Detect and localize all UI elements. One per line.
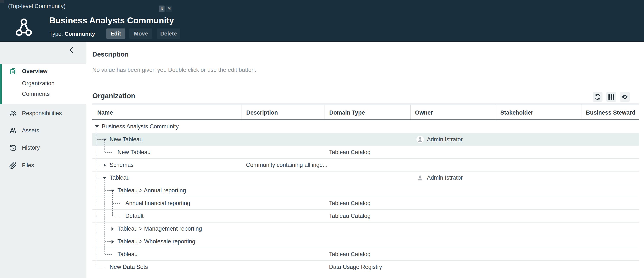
domain-type-cell — [324, 133, 410, 146]
sidebar-item-label: Organization — [22, 80, 54, 87]
table-row[interactable]: Tableau Tableau Catalog — [92, 248, 639, 260]
grid-view-button[interactable] — [606, 92, 616, 102]
expand-toggle[interactable] — [112, 227, 114, 231]
type-value: Community — [65, 31, 95, 37]
move-button[interactable]: Move — [130, 28, 152, 39]
table-row[interactable]: Tableau Admin Istrator — [92, 171, 639, 184]
table-body: Business Analysts Community New Tableau … — [92, 120, 639, 273]
collapse-toggle[interactable] — [111, 190, 114, 192]
refresh-button[interactable] — [593, 92, 602, 102]
description-section-title: Description — [92, 51, 129, 58]
sidebar-item-label: Assets — [22, 127, 39, 134]
owner-value: Admin Istrator — [416, 174, 463, 182]
sidebar-item-label: History — [22, 145, 40, 151]
column-header-name[interactable]: Name — [92, 105, 242, 119]
tree-guide — [96, 129, 97, 267]
business-steward-cell — [581, 223, 639, 235]
asset-name[interactable]: Tableau > Annual reporting — [118, 187, 186, 194]
description-placeholder[interactable]: No value has been given yet. Double clic… — [92, 67, 256, 73]
name-cell: Tableau > Management reporting — [92, 223, 242, 235]
domain-type-cell: Tableau Catalog — [324, 197, 410, 209]
document-icon — [9, 67, 17, 75]
sidebar-item-organization[interactable]: Organization — [0, 77, 86, 89]
tree-guide — [104, 180, 105, 254]
header-tab-m[interactable]: M — [166, 5, 172, 12]
type-label: Type: — [49, 31, 63, 37]
column-header-owner[interactable]: Owner — [410, 105, 496, 119]
owner-cell — [410, 120, 496, 133]
stakeholder-cell — [496, 261, 581, 273]
domain-type-cell: Tableau Catalog — [324, 146, 410, 158]
domain-type-value: Data Usage Registry — [329, 264, 382, 270]
asset-name[interactable]: Tableau > Management reporting — [118, 226, 202, 232]
table-row[interactable]: Tableau > Management reporting — [92, 222, 639, 235]
sidebar-item-assets[interactable]: Assets — [0, 125, 86, 136]
asset-name[interactable]: Tableau — [118, 251, 138, 258]
table-row[interactable]: Default Tableau Catalog — [92, 209, 639, 222]
domain-type-cell: Tableau Catalog — [324, 248, 410, 260]
table-row[interactable]: New Tableau Admin Istrator — [92, 133, 639, 146]
table-row[interactable]: Business Analysts Community — [92, 120, 639, 133]
column-header-description[interactable]: Description — [242, 105, 324, 119]
owner-cell — [410, 223, 496, 235]
column-header-stakeholder[interactable]: Stakeholder — [496, 105, 581, 119]
visibility-button[interactable] — [620, 92, 630, 102]
name-cell: Business Analysts Community — [92, 120, 242, 133]
table-row[interactable]: Annual financial reporting Tableau Catal… — [92, 197, 639, 209]
tree-connector — [105, 229, 111, 229]
asset-name[interactable]: Annual financial reporting — [125, 200, 190, 207]
tree-connector — [105, 152, 112, 153]
sidebar-collapse-button[interactable] — [69, 45, 79, 55]
asset-name[interactable]: New Tableau — [118, 149, 151, 156]
collapse-toggle[interactable] — [103, 177, 106, 179]
domain-type-cell — [324, 184, 410, 197]
table-row[interactable]: Tableau > Annual reporting — [92, 184, 639, 197]
asset-name[interactable]: Default — [125, 213, 144, 219]
domain-type-cell: Data Usage Registry — [324, 261, 410, 273]
business-steward-cell — [581, 172, 639, 184]
asset-name[interactable]: Schemas — [110, 162, 134, 168]
collapse-toggle[interactable] — [103, 139, 106, 141]
edit-button[interactable]: Edit — [106, 28, 125, 39]
delete-button[interactable]: Delete — [157, 28, 180, 39]
name-cell: Default — [92, 210, 242, 222]
expand-toggle[interactable] — [112, 240, 114, 244]
sidebar-item-files[interactable]: Files — [0, 159, 86, 171]
stakeholder-cell — [496, 210, 581, 222]
owner-cell: Admin Istrator — [410, 172, 496, 184]
column-header-business-steward[interactable]: Business Steward — [581, 105, 639, 119]
page-title: Business Analysts Community — [49, 16, 174, 25]
tree-guide — [104, 142, 105, 152]
sidebar: Overview Organization Comments Responsib… — [0, 42, 86, 278]
table-row[interactable]: New Tableau Tableau Catalog — [92, 146, 639, 158]
expand-toggle[interactable] — [104, 163, 106, 167]
tree-connector — [97, 139, 103, 140]
owner-name: Admin Istrator — [427, 136, 463, 143]
stakeholder-cell — [496, 159, 581, 171]
asset-name[interactable]: Tableau > Wholesale reporting — [118, 238, 195, 245]
owner-cell — [410, 235, 496, 248]
asset-name[interactable]: New Tableau — [110, 136, 143, 143]
sidebar-item-history[interactable]: History — [0, 142, 86, 154]
collapse-toggle[interactable] — [95, 125, 99, 128]
description-cell — [242, 184, 324, 197]
owner-cell — [410, 261, 496, 273]
table-row[interactable]: Schemas Community containing all inge... — [92, 158, 639, 171]
column-header-domain-type[interactable]: Domain Type — [324, 105, 410, 119]
table-row[interactable]: Tableau > Wholesale reporting — [92, 235, 639, 248]
table-row[interactable]: New Data Sets Data Usage Registry — [92, 260, 639, 273]
header-tab-it[interactable]: it — [159, 5, 164, 12]
description-cell — [242, 261, 324, 273]
sidebar-item-comments[interactable]: Comments — [0, 88, 86, 100]
asset-name[interactable]: New Data Sets — [110, 264, 148, 270]
asset-name[interactable]: Tableau — [110, 175, 130, 181]
organization-section-title: Organization — [92, 92, 135, 100]
description-cell — [242, 235, 324, 248]
business-steward-cell — [581, 184, 639, 197]
sidebar-item-overview[interactable]: Overview — [0, 65, 86, 77]
asset-name[interactable]: Business Analysts Community — [102, 123, 179, 130]
people-icon — [9, 109, 17, 117]
sidebar-item-responsibilities[interactable]: Responsibilities — [0, 107, 86, 119]
description-cell — [242, 223, 324, 235]
app-header: (Top-level Community) it M Business Anal… — [0, 0, 644, 42]
